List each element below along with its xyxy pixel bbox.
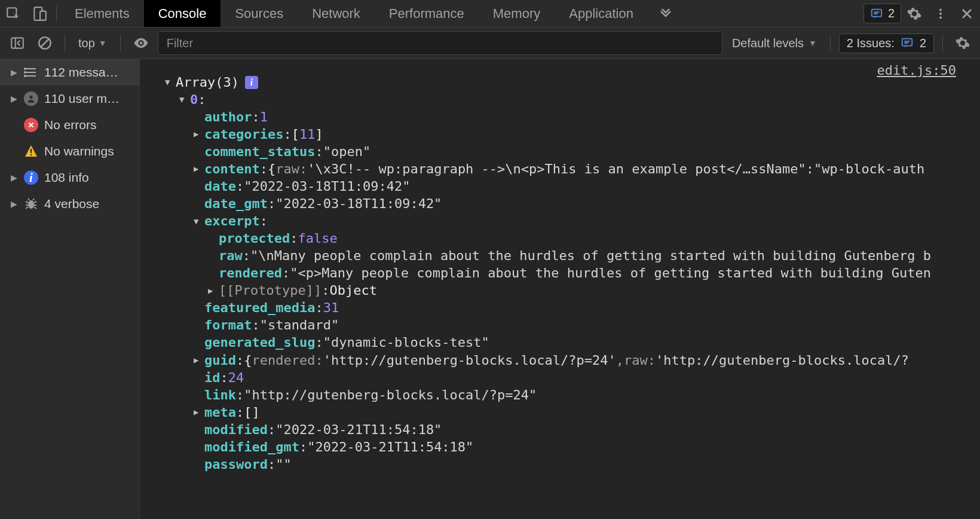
prop-key: [[Prototype]]	[219, 282, 321, 299]
prop-value: "dynamic-blocks-test"	[323, 334, 489, 351]
chevron-right-icon[interactable]: ▶	[194, 407, 204, 417]
prop-value: []	[244, 404, 260, 421]
prop-key: raw	[219, 247, 243, 264]
chevron-right-icon[interactable]: ▶	[194, 163, 204, 174]
sidebar-row-warnings[interactable]: ▶ No warnings	[0, 138, 139, 164]
execution-context-selector[interactable]: top ▼	[74, 36, 112, 50]
tab-application[interactable]: Application	[555, 0, 648, 27]
prop-value: "standard"	[260, 316, 339, 334]
more-tabs-icon[interactable]	[648, 0, 684, 28]
sidebar-label: 108 info	[44, 170, 89, 185]
chevron-down-icon[interactable]: ▼	[179, 94, 190, 105]
svg-rect-2	[40, 11, 46, 20]
prop-key: guid	[204, 352, 236, 369]
disclosure-arrow-icon: ▶	[11, 94, 18, 103]
settings-icon[interactable]	[901, 0, 927, 28]
prop-key: protected	[219, 230, 290, 247]
clear-console-icon[interactable]	[33, 35, 56, 51]
chevron-down-icon[interactable]: ▼	[165, 77, 176, 87]
tab-network[interactable]: Network	[298, 0, 375, 27]
device-toolbar-icon[interactable]	[26, 0, 53, 28]
prop-value: "2022-03-21T11:54:18"	[307, 438, 473, 456]
filter-input[interactable]	[158, 31, 722, 55]
source-link[interactable]: edit.js:50	[877, 63, 956, 78]
messages-chip[interactable]: 2	[863, 4, 901, 23]
prop-value: "2022-03-18T11:09:42"	[244, 178, 410, 195]
prop-key: date_gmt	[204, 195, 268, 212]
sidebar-label: 110 user m…	[44, 91, 120, 106]
console-settings-icon[interactable]	[951, 35, 974, 51]
sidebar-row-user-messages[interactable]: ▶ 110 user m…	[0, 86, 139, 112]
live-expression-icon[interactable]	[129, 35, 153, 51]
panel-tabs: Elements Console Sources Network Perform…	[60, 0, 648, 27]
prop-value: 31	[323, 299, 339, 316]
issues-chip[interactable]: 2 Issues: 2	[839, 33, 934, 53]
chevron-down-icon: ▼	[99, 38, 107, 48]
prop-key: categories	[204, 126, 283, 143]
sidebar-row-info[interactable]: ▶ i 108 info	[0, 164, 139, 191]
prop-key: modified	[204, 421, 268, 438]
sidebar-label: No errors	[44, 118, 97, 132]
chevron-down-icon[interactable]: ▼	[194, 216, 204, 227]
close-icon[interactable]	[954, 0, 980, 28]
prop-key: featured_media	[204, 299, 315, 316]
prop-key: link	[204, 386, 236, 404]
prop-key: modified_gmt	[204, 438, 299, 456]
tab-sources[interactable]: Sources	[220, 0, 298, 27]
prop-key: excerpt	[204, 212, 260, 230]
kebab-menu-icon[interactable]	[927, 0, 954, 28]
console-toolbar: top ▼ Default levels ▼ 2 Issues: 2	[0, 28, 980, 59]
separator	[830, 35, 831, 51]
sidebar-row-all-messages[interactable]: ▶ 112 messa…	[0, 59, 139, 86]
sidebar-row-verbose[interactable]: ▶ 4 verbose	[0, 191, 139, 217]
inspect-element-icon[interactable]	[0, 0, 26, 28]
tab-elements[interactable]: Elements	[60, 0, 144, 27]
sidebar-row-errors[interactable]: ▶ No errors	[0, 112, 139, 138]
svg-rect-3	[872, 9, 882, 16]
log-levels-selector[interactable]: Default levels ▼	[727, 36, 822, 50]
svg-point-22	[28, 200, 34, 209]
warning-icon	[24, 144, 38, 158]
svg-point-5	[939, 12, 942, 14]
chevron-down-icon: ▼	[808, 38, 817, 48]
prop-key: password	[204, 456, 268, 473]
chevron-right-icon[interactable]: ▶	[194, 129, 204, 139]
prop-value: "open"	[323, 143, 370, 160]
issues-icon	[901, 36, 914, 50]
prop-value: "http://gutenberg-blocks.local/?p=24"	[244, 386, 537, 404]
list-icon	[24, 65, 38, 80]
svg-point-17	[24, 72, 26, 73]
tab-performance[interactable]: Performance	[375, 0, 479, 27]
info-icon: i	[24, 170, 38, 185]
prop-key: format	[204, 316, 252, 334]
messages-count: 2	[888, 7, 895, 20]
sidebar-label: 112 messa…	[44, 65, 118, 80]
svg-point-19	[29, 96, 32, 99]
object-tree[interactable]: ▼Array(3)i ▼0: ▶author: 1 ▶categories: […	[140, 59, 980, 479]
chevron-right-icon[interactable]: ▶	[208, 285, 219, 296]
info-badge-icon[interactable]: i	[245, 76, 258, 89]
prop-value: 24	[228, 369, 244, 386]
bug-icon	[24, 197, 38, 211]
user-icon	[24, 91, 38, 106]
prop-value: 'http://gutenberg-blocks.local/?p=24'	[323, 352, 616, 369]
prop-value: "2022-03-18T11:09:42"	[275, 195, 442, 212]
console-output: edit.js:50 ▼Array(3)i ▼0: ▶author: 1 ▶ca…	[140, 59, 980, 519]
sidebar-label: No warnings	[44, 144, 114, 158]
tab-memory[interactable]: Memory	[479, 0, 555, 27]
prop-key: date	[204, 178, 236, 195]
devtools-tabbar: Elements Console Sources Network Perform…	[0, 0, 980, 28]
prop-value: 11	[299, 126, 316, 143]
prop-value: false	[298, 230, 337, 247]
separator	[120, 35, 121, 51]
error-icon	[24, 118, 38, 132]
toggle-sidebar-icon[interactable]	[6, 35, 29, 51]
disclosure-arrow-icon: ▶	[11, 68, 18, 77]
svg-line-10	[41, 39, 49, 47]
svg-point-11	[139, 42, 142, 45]
tab-console[interactable]: Console	[144, 0, 221, 27]
console-sidebar: ▶ 112 messa… ▶ 110 user m… ▶ No errors ▶…	[0, 59, 140, 519]
chevron-right-icon[interactable]: ▶	[194, 355, 204, 365]
prop-value: 1	[260, 108, 268, 126]
prop-value: "<p>Many people complain about the hurdl…	[290, 264, 931, 282]
